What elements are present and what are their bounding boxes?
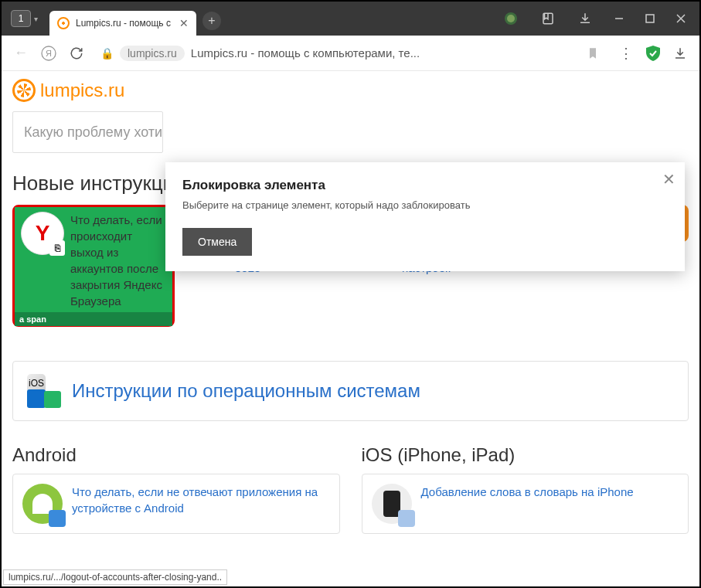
popup-close-icon[interactable]: ✕ xyxy=(662,170,675,189)
page-content: lumpics.ru Какую проблему хотите решить?… xyxy=(2,71,699,542)
svg-rect-4 xyxy=(646,15,654,22)
os-icons: iOS xyxy=(27,374,61,408)
window-close[interactable] xyxy=(665,6,696,31)
popup-cancel-button[interactable]: Отмена xyxy=(182,228,252,256)
logo-icon xyxy=(12,79,36,102)
site-logo[interactable]: lumpics.ru xyxy=(12,79,689,102)
status-bar: lumpics.ru/.../logout-of-accounts-after-… xyxy=(3,569,227,585)
address-bar: ← Я 🔒 lumpics.ru Lumpics.ru - помощь с к… xyxy=(2,36,699,71)
yandex-home-icon[interactable]: Я xyxy=(39,43,59,63)
popup-title: Блокировка элемента xyxy=(182,178,668,193)
url-page-title: Lumpics.ru - помощь с компьютерами, те..… xyxy=(191,46,420,59)
windows-mini-icon xyxy=(27,389,46,408)
logo-text: lumpics.ru xyxy=(40,80,124,101)
window-minimize[interactable] xyxy=(604,6,635,31)
popup-description: Выберите на странице элемент, который на… xyxy=(182,199,668,211)
new-tab-button[interactable]: + xyxy=(202,12,221,30)
tab-title: Lumpics.ru - помощь с xyxy=(76,18,173,29)
sub-badge-icon xyxy=(398,510,415,527)
adblock-popup: ✕ Блокировка элемента Выберите на страни… xyxy=(165,162,685,271)
bookmarks-icon[interactable] xyxy=(540,11,556,26)
card-highlighted[interactable]: Y⎘ Что делать, если происходит выход из … xyxy=(12,205,175,327)
tab-favicon xyxy=(57,17,70,29)
android-card[interactable]: Что делать, если не отвечают приложения … xyxy=(12,474,340,534)
tab-count[interactable]: 1 xyxy=(11,10,31,27)
android-mini-icon xyxy=(44,391,61,408)
ios-card[interactable]: Добавление слова в словарь на iPhone xyxy=(362,474,689,534)
exit-sub-icon: ⎘ xyxy=(49,240,65,256)
bookmark-icon[interactable] xyxy=(587,47,599,59)
android-link: Что делать, если не отвечают приложения … xyxy=(72,484,330,516)
download-button[interactable] xyxy=(670,43,690,63)
android-heading: Android xyxy=(12,444,340,466)
ios-icon xyxy=(372,484,412,524)
svg-text:Я: Я xyxy=(46,49,52,58)
site-search-input[interactable]: Какую проблему хотите решить? xyxy=(12,111,163,153)
tab-close-icon[interactable]: ✕ xyxy=(179,17,189,29)
ios-heading: iOS (iPhone, iPad) xyxy=(362,444,689,466)
col-ios: iOS (iPhone, iPad) Добавление слова в сл… xyxy=(362,444,689,534)
android-icon xyxy=(22,484,63,524)
svg-point-1 xyxy=(507,15,515,22)
reload-button[interactable] xyxy=(66,43,87,63)
extension-icon[interactable] xyxy=(503,11,519,26)
browser-tab[interactable]: Lumpics.ru - помощь с ✕ xyxy=(49,11,196,36)
sub-badge-icon xyxy=(49,510,66,527)
menu-button[interactable]: ⋮ xyxy=(616,43,636,63)
window-maximize[interactable] xyxy=(635,6,665,31)
col-android: Android Что делать, если не отвечают при… xyxy=(12,444,340,534)
ios-link: Добавление слова в словарь на iPhone xyxy=(421,484,634,500)
back-button[interactable]: ← xyxy=(11,43,31,63)
url-domain: lumpics.ru xyxy=(120,46,185,61)
highlight-footer: a span xyxy=(15,312,172,326)
downloads-icon[interactable] xyxy=(577,11,593,26)
tabs-dropdown-icon[interactable]: ▾ xyxy=(34,15,45,23)
os-bar-text: Инструкции по операционным системам xyxy=(72,380,420,402)
lock-icon: 🔒 xyxy=(100,47,114,59)
os-instructions-bar[interactable]: iOS Инструкции по операционным системам xyxy=(12,361,689,421)
card-icon-yandex: Y⎘ xyxy=(21,212,64,255)
url-box[interactable]: 🔒 lumpics.ru Lumpics.ru - помощь с компь… xyxy=(94,40,608,66)
card-link: Что делать, если происходит выход из акк… xyxy=(70,212,166,309)
adblock-shield-icon[interactable] xyxy=(644,44,662,63)
window-titlebar: 1 ▾ Lumpics.ru - помощь с ✕ + xyxy=(2,2,699,36)
two-columns: Android Что делать, если не отвечают при… xyxy=(12,444,689,534)
